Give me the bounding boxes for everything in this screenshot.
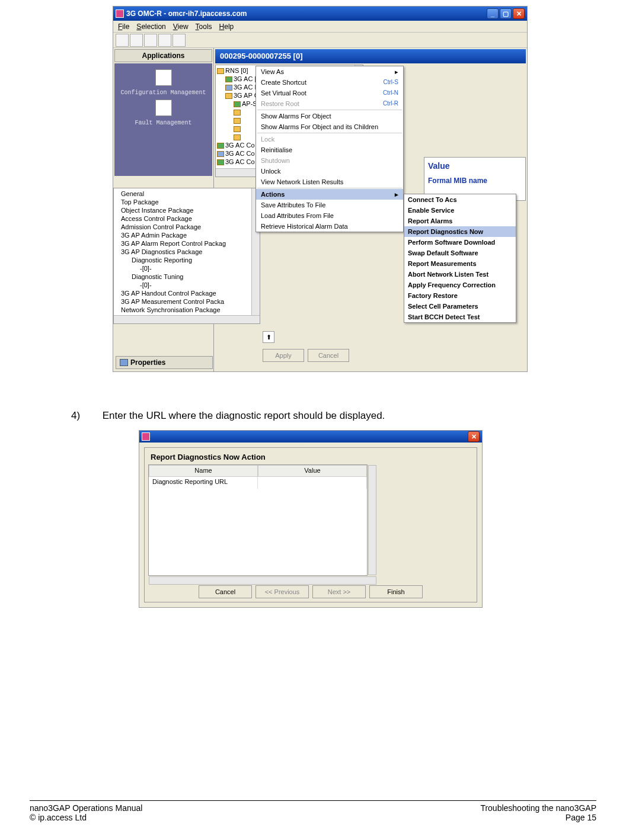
fault-mgmt-icon[interactable] bbox=[155, 100, 172, 116]
menu-view[interactable]: View bbox=[173, 23, 189, 32]
sub-report-measurements[interactable]: Report Measurements bbox=[404, 258, 516, 269]
value-header: Value bbox=[428, 161, 522, 171]
object-banner: 000295-0000007255 [0] bbox=[215, 49, 526, 63]
close-button[interactable]: ✕ bbox=[468, 431, 480, 442]
ctx-save-attrs[interactable]: Save Attributes To File bbox=[256, 200, 403, 210]
config-mgmt-label[interactable]: Configuration Management bbox=[114, 89, 212, 96]
param-value-input[interactable] bbox=[258, 477, 367, 489]
pkg-item[interactable]: Object Instance Package bbox=[115, 206, 258, 214]
actions-submenu: Connect To Acs Enable Service Report Ala… bbox=[404, 194, 516, 323]
ctx-shutdown[interactable]: Shutdown bbox=[256, 155, 403, 166]
param-table: Name Value Diagnostic Reporting URL bbox=[148, 464, 368, 576]
context-menu: View As▸ Create ShortcutCtrl-S Set Virtu… bbox=[255, 66, 404, 232]
scrollbar[interactable] bbox=[114, 315, 260, 323]
tree-item[interactable]: 3G AC Co bbox=[225, 142, 255, 149]
ctx-unlock[interactable]: Unlock bbox=[256, 166, 403, 177]
ctx-show-alarms-children[interactable]: Show Alarms For Object and its Children bbox=[256, 121, 403, 132]
pkg-item[interactable]: -[0]- bbox=[115, 281, 258, 289]
ctx-load-attrs[interactable]: Load Attributes From File bbox=[256, 210, 403, 221]
scrollbar[interactable] bbox=[368, 465, 376, 575]
window-titlebar: 3G OMC-R - omcr-ih7.ipaccess.com _ ▢ ✕ bbox=[113, 7, 527, 21]
maximize-button[interactable]: ▢ bbox=[500, 8, 512, 19]
ctx-create-shortcut[interactable]: Create ShortcutCtrl-S bbox=[256, 77, 403, 88]
sub-report-diagnostics-now[interactable]: Report Diagnostics Now bbox=[404, 226, 516, 237]
toolbar-button[interactable] bbox=[116, 34, 129, 47]
param-name: Diagnostic Reporting URL bbox=[149, 477, 258, 489]
menu-file[interactable]: File bbox=[118, 23, 129, 32]
apply-button[interactable]: Apply bbox=[263, 349, 304, 362]
tree-item[interactable]: 3G AC Co bbox=[225, 150, 255, 157]
close-button[interactable]: ✕ bbox=[513, 8, 525, 19]
pkg-item[interactable]: Admission Control Package bbox=[115, 223, 258, 231]
ctx-view-as[interactable]: View As▸ bbox=[256, 66, 403, 77]
menu-help[interactable]: Help bbox=[219, 23, 234, 32]
finish-button[interactable]: Finish bbox=[369, 585, 423, 598]
package-tree-pane[interactable]: General Top Package Object Instance Pack… bbox=[113, 188, 260, 324]
footer-section: Troubleshooting the nano3GAP bbox=[480, 803, 596, 813]
ctx-actions[interactable]: Actions▸ bbox=[256, 189, 403, 200]
cancel-button[interactable]: Cancel bbox=[199, 585, 252, 598]
pkg-item[interactable]: Access Control Package bbox=[115, 214, 258, 223]
pkg-item[interactable]: 3G AP Admin Package bbox=[115, 231, 258, 239]
toolbar-button[interactable] bbox=[173, 34, 186, 47]
sub-swap-default-sw[interactable]: Swap Default Software bbox=[404, 248, 516, 258]
sub-connect-acs[interactable]: Connect To Acs bbox=[404, 194, 516, 205]
previous-button[interactable]: << Previous bbox=[255, 585, 309, 598]
sub-perform-download[interactable]: Perform Software Download bbox=[404, 237, 516, 248]
toolbar-button[interactable] bbox=[130, 34, 143, 47]
dialog-titlebar: ✕ bbox=[139, 431, 482, 443]
toolbar bbox=[113, 33, 527, 48]
footer-copyright: © ip.access Ltd bbox=[30, 813, 87, 822]
up-button[interactable]: ⬆ bbox=[263, 331, 274, 343]
minimize-button[interactable]: _ bbox=[487, 8, 499, 19]
applications-tab[interactable]: Applications bbox=[114, 49, 212, 62]
next-button[interactable]: Next >> bbox=[312, 585, 366, 598]
page-footer: nano3GAP Operations Manual Troubleshooti… bbox=[30, 800, 596, 822]
pkg-item[interactable]: Diagnostic Tuning bbox=[115, 272, 258, 281]
ctx-lock[interactable]: Lock bbox=[256, 134, 403, 145]
screenshot-report-dialog: ✕ Report Diagnostics Now Action Name Val… bbox=[139, 430, 483, 608]
sub-abort-listen-test[interactable]: Abort Network Listen Test bbox=[404, 269, 516, 280]
sub-factory-restore[interactable]: Factory Restore bbox=[404, 290, 516, 301]
pkg-item[interactable]: -[0]- bbox=[115, 264, 258, 272]
ctx-retrieve-alarm-data[interactable]: Retrieve Historical Alarm Data bbox=[256, 221, 403, 232]
pkg-item[interactable]: Diagnostic Reporting bbox=[115, 256, 258, 264]
sub-select-cell-params[interactable]: Select Cell Parameters bbox=[404, 301, 516, 312]
cancel-button[interactable]: Cancel bbox=[308, 349, 349, 362]
pkg-item[interactable]: Top Package bbox=[115, 198, 258, 206]
applications-panel: Configuration Management Fault Managemen… bbox=[114, 63, 212, 176]
footer-page: Page 15 bbox=[566, 813, 596, 822]
col-value: Value bbox=[258, 465, 367, 477]
pkg-item[interactable]: Network Synchronisation Package bbox=[115, 306, 258, 314]
screenshot-omcr-window: 3G OMC-R - omcr-ih7.ipaccess.com _ ▢ ✕ F… bbox=[113, 6, 528, 372]
sub-report-alarms[interactable]: Report Alarms bbox=[404, 216, 516, 226]
pkg-item[interactable]: 3G AP Measurement Control Packa bbox=[115, 297, 258, 306]
sub-enable-service[interactable]: Enable Service bbox=[404, 205, 516, 216]
sub-start-bcch-test[interactable]: Start BCCH Detect Test bbox=[404, 312, 516, 322]
fault-mgmt-label[interactable]: Fault Management bbox=[114, 120, 212, 126]
ctx-restore-root[interactable]: Restore RootCtrl-R bbox=[256, 98, 403, 109]
toolbar-button[interactable] bbox=[158, 34, 171, 47]
tree-item[interactable]: 3G AC Co bbox=[225, 158, 255, 165]
menu-selection[interactable]: Selection bbox=[136, 23, 165, 32]
pkg-item[interactable]: General bbox=[115, 190, 258, 198]
dialog-title: Report Diagnostics Now Action bbox=[147, 450, 474, 464]
pkg-item[interactable]: 3G AP Handout Control Package bbox=[115, 289, 258, 297]
menu-tools[interactable]: Tools bbox=[196, 23, 212, 32]
ctx-reinitialise[interactable]: Reinitialise bbox=[256, 145, 403, 155]
toolbar-button[interactable] bbox=[144, 34, 157, 47]
pkg-item[interactable]: 3G AP Diagnostics Package bbox=[115, 248, 258, 256]
pkg-item[interactable]: 3G AP Alarm Report Control Packag bbox=[115, 239, 258, 248]
app-icon bbox=[142, 432, 150, 441]
sub-apply-freq-correction[interactable]: Apply Frequency Correction bbox=[404, 280, 516, 290]
properties-label: Properties bbox=[130, 358, 165, 367]
tree-item[interactable]: RNS [0] bbox=[225, 67, 248, 74]
scrollbar[interactable] bbox=[149, 576, 376, 585]
ctx-set-virtual-root[interactable]: Set Virtual RootCtrl-N bbox=[256, 88, 403, 98]
properties-tab[interactable]: Properties bbox=[116, 356, 213, 369]
ctx-show-alarms-object[interactable]: Show Alarms For Object bbox=[256, 111, 403, 121]
mib-header: Formal MIB name bbox=[428, 177, 522, 185]
col-name: Name bbox=[149, 465, 258, 477]
config-mgmt-icon[interactable] bbox=[155, 69, 172, 86]
ctx-view-listen[interactable]: View Network Listen Results bbox=[256, 177, 403, 187]
